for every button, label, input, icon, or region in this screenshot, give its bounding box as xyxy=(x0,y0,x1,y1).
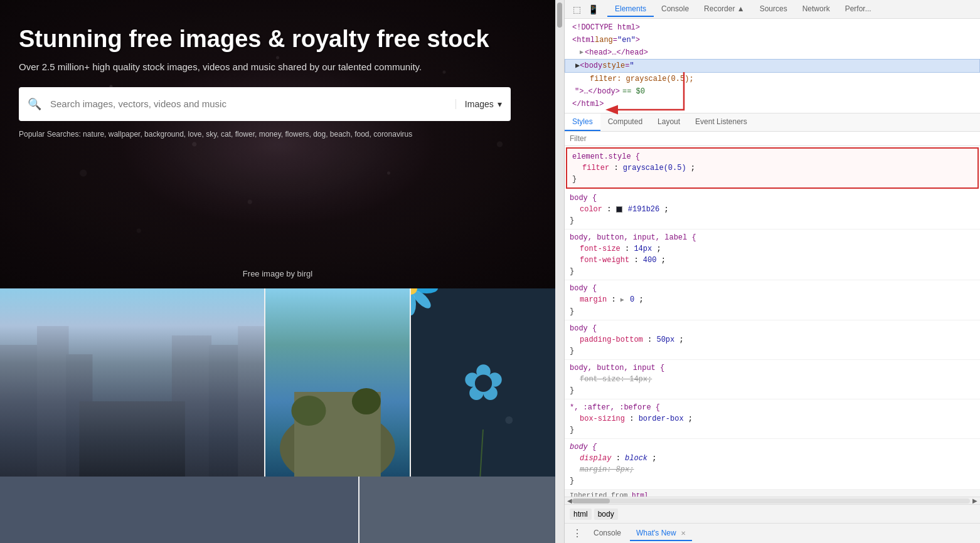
dom-doctype: <!DOCTYPE html> xyxy=(565,21,980,34)
inherited-from-tag: html xyxy=(632,492,648,497)
inherited-label: Inherited from html xyxy=(565,490,980,497)
svg-rect-0 xyxy=(0,288,264,477)
tab-elements[interactable]: Elements xyxy=(607,2,654,17)
device-icon[interactable]: 📱 xyxy=(586,3,600,16)
chevron-down-icon: ▾ xyxy=(498,99,502,109)
svg-rect-26 xyxy=(360,477,555,543)
scrollbar-thumb[interactable] xyxy=(557,3,562,28)
svg-rect-4 xyxy=(172,335,211,477)
dom-body-close: ">…</body> == $0 xyxy=(565,85,980,98)
scroll-thumb[interactable] xyxy=(572,498,610,503)
breadcrumb: html body xyxy=(570,509,618,520)
tab-event-listeners[interactable]: Event Listeners xyxy=(688,113,755,131)
dom-body[interactable]: ▶ <body style = " xyxy=(565,59,980,73)
tab-recorder[interactable]: Recorder ▲ xyxy=(696,2,752,17)
dom-body-filter: filter: grayscale(0.5); xyxy=(565,73,980,85)
scroll-right-arrow[interactable]: ▶ xyxy=(972,497,977,504)
style-rule-body-color: body { color : #191b26 ; } xyxy=(565,190,980,229)
svg-rect-2 xyxy=(37,326,69,477)
style-rule-body-btn-input: body, button, input, label { font-size :… xyxy=(565,229,980,280)
devtools-panel: ⬚ 📱 Elements Console Recorder ▲ Sources … xyxy=(564,0,980,543)
search-icon: 🔍 xyxy=(19,97,50,111)
image-credit: Free image by birgl xyxy=(243,269,312,278)
svg-point-24 xyxy=(505,416,513,424)
color-swatch-body[interactable] xyxy=(616,206,622,213)
hero-section: Stunning free images & royalty free stoc… xyxy=(0,0,555,288)
style-rule-body-italic: body { display : block ; margin: 8px; } xyxy=(565,439,980,490)
svg-point-11 xyxy=(292,396,326,426)
search-bar[interactable]: 🔍 Images ▾ xyxy=(19,87,511,121)
element-style-rule: element.style { filter : grayscale(0.5) … xyxy=(566,147,979,189)
whats-new-label: What's New xyxy=(636,529,676,537)
dom-head: ▶ <head>…</head> xyxy=(565,46,980,59)
search-type-label: Images xyxy=(465,99,494,109)
tab-styles[interactable]: Styles xyxy=(565,113,600,131)
tab-computed[interactable]: Computed xyxy=(600,113,650,131)
svg-rect-25 xyxy=(0,477,358,543)
grid-row-1 xyxy=(0,288,555,477)
styles-panel: element.style { filter : grayscale(0.5) … xyxy=(565,146,980,497)
tab-layout[interactable]: Layout xyxy=(650,113,688,131)
svg-rect-6 xyxy=(238,326,264,477)
page-scrollbar[interactable] xyxy=(555,0,564,543)
dom-html: <html lang="en"> xyxy=(565,34,980,46)
style-rule-universal: *, :after, :before { box-sizing : border… xyxy=(565,399,980,439)
website-panel: Stunning free images & royalty free stoc… xyxy=(0,0,555,543)
devtools-icons: ⬚ 📱 xyxy=(570,3,600,16)
flower-image xyxy=(411,288,555,477)
breadcrumb-body[interactable]: body xyxy=(594,509,618,520)
image-grid xyxy=(0,288,555,543)
devtools-tabs: Elements Console Recorder ▲ Sources Netw… xyxy=(607,2,879,17)
popular-searches: Popular Searches: nature, wallpaper, bac… xyxy=(19,130,536,139)
search-type-dropdown[interactable]: Images ▾ xyxy=(455,99,511,109)
search-input[interactable] xyxy=(50,98,455,109)
tab-sources[interactable]: Sources xyxy=(752,2,795,17)
hero-content: Stunning free images & royalty free stoc… xyxy=(0,0,555,151)
tab-performance[interactable]: Perfor... xyxy=(838,2,879,17)
bottom-tab-console[interactable]: Console xyxy=(587,526,627,541)
filter-bar[interactable] xyxy=(565,132,980,146)
svg-rect-5 xyxy=(209,345,241,477)
style-rule-body-padding: body { padding-bottom : 50px ; } xyxy=(565,320,980,360)
devtools-toolbar: ⬚ 📱 Elements Console Recorder ▲ Sources … xyxy=(565,0,980,19)
tab-network[interactable]: Network xyxy=(795,2,838,17)
bottom-tab-whats-new[interactable]: What's New ✕ xyxy=(630,526,692,541)
inspect-icon[interactable]: ⬚ xyxy=(570,3,583,16)
style-rule-body-margin: body { margin : ▶ 0 ; } xyxy=(565,280,980,320)
grid-row-2 xyxy=(0,477,555,543)
bottom-tabs: ⋮ Console What's New ✕ xyxy=(565,523,980,543)
filter-input[interactable] xyxy=(570,134,975,143)
breadcrumb-html[interactable]: html xyxy=(570,509,592,520)
scroll-track[interactable] xyxy=(572,498,970,503)
svg-rect-7 xyxy=(79,401,185,477)
svg-rect-3 xyxy=(66,354,92,477)
dom-panel: <!DOCTYPE html> <html lang="en"> ▶ <head… xyxy=(565,19,980,113)
hero-title: Stunning free images & royalty free stoc… xyxy=(19,25,536,54)
bottom-image-2 xyxy=(360,477,555,543)
svg-point-12 xyxy=(352,388,381,414)
tab-console[interactable]: Console xyxy=(654,2,696,17)
horizontal-scrollbar[interactable]: ◀ ▶ xyxy=(565,497,980,504)
devtools-breadcrumb-bar: html body xyxy=(565,504,980,523)
hero-subtitle: Over 2.5 million+ high quality stock ima… xyxy=(19,61,536,72)
dom-html-close: </html> xyxy=(565,98,980,110)
whats-new-close-icon[interactable]: ✕ xyxy=(681,530,686,537)
style-rule-body-btn-strikethrough: body, button, input { font-size: 14px; } xyxy=(565,360,980,399)
styles-tabs: Styles Computed Layout Event Listeners xyxy=(565,113,980,132)
svg-rect-1 xyxy=(0,345,40,477)
svg-rect-13 xyxy=(411,288,555,477)
street-image xyxy=(0,288,264,477)
cliff-image xyxy=(265,288,410,477)
scroll-left-arrow[interactable]: ◀ xyxy=(567,497,572,504)
more-options-icon[interactable]: ⋮ xyxy=(570,527,585,539)
bottom-image-1 xyxy=(0,477,358,543)
